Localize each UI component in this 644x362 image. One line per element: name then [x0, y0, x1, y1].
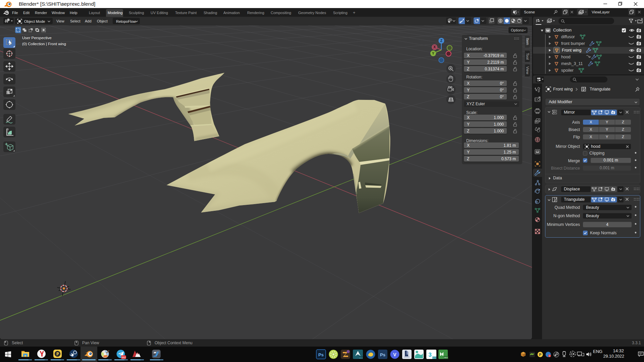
svg-text:MAX: MAX — [432, 357, 436, 359]
svg-text:X: X — [433, 45, 436, 49]
svg-text:P: P — [539, 353, 541, 357]
svg-text:392: 392 — [121, 356, 126, 359]
svg-text:2: 2 — [549, 355, 550, 357]
svg-text:MAX: MAX — [359, 357, 363, 359]
svg-text:Ps: Ps — [380, 352, 385, 357]
svg-text:MBX: MBX — [444, 357, 448, 359]
svg-text:V: V — [393, 352, 396, 357]
svg-text:Y: Y — [432, 52, 434, 55]
svg-text:Z: Z — [440, 39, 442, 43]
svg-text:3: 3 — [428, 352, 431, 358]
svg-text:Ps: Ps — [318, 352, 324, 357]
